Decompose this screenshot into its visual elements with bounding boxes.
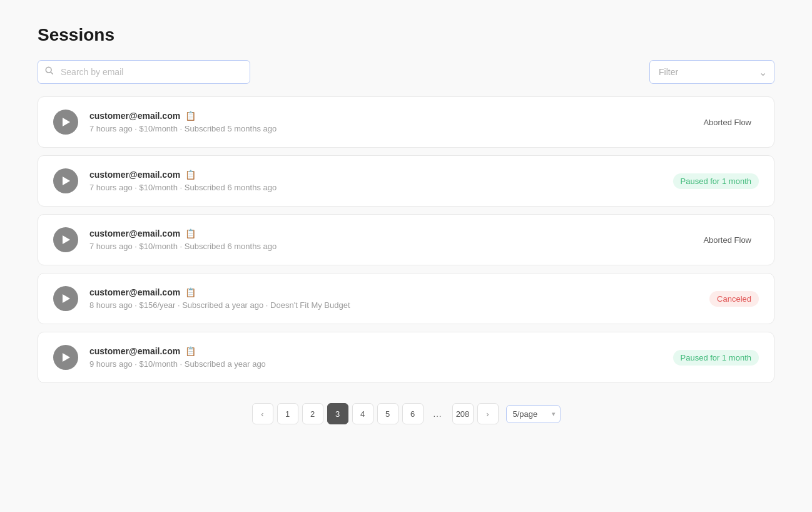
pagination: ‹123456...208›5/page10/page20/page50/pag… <box>38 403 774 424</box>
pagination-next[interactable]: › <box>477 403 499 424</box>
copy-icon[interactable]: 📋 <box>185 111 196 121</box>
per-page-select[interactable]: 5/page10/page20/page50/page <box>506 405 561 423</box>
pagination-prev[interactable]: ‹ <box>252 403 273 424</box>
play-button[interactable] <box>53 168 78 193</box>
session-info: customer@email.com 📋 7 hours ago · $10/m… <box>89 228 684 251</box>
email-row: customer@email.com 📋 <box>89 111 684 121</box>
session-card[interactable]: customer@email.com 📋 7 hours ago · $10/m… <box>38 214 774 265</box>
pagination-page-5[interactable]: 5 <box>377 403 398 424</box>
play-button[interactable] <box>53 110 78 135</box>
email-text: customer@email.com <box>89 228 180 238</box>
pagination-page-4[interactable]: 4 <box>352 403 373 424</box>
email-row: customer@email.com 📋 <box>89 287 698 297</box>
session-info: customer@email.com 📋 7 hours ago · $10/m… <box>89 111 684 133</box>
status-badge: Paused for 1 month <box>673 350 759 366</box>
search-wrapper <box>38 60 250 84</box>
toolbar: Filter Aborted Flow Paused for 1 month C… <box>38 60 774 84</box>
email-row: customer@email.com 📋 <box>89 228 684 238</box>
filter-wrapper: Filter Aborted Flow Paused for 1 month C… <box>649 60 774 84</box>
session-meta: 8 hours ago · $156/year · Subscribed a y… <box>89 300 698 310</box>
copy-icon[interactable]: 📋 <box>185 287 196 297</box>
email-text: customer@email.com <box>89 287 180 297</box>
copy-icon[interactable]: 📋 <box>185 228 196 238</box>
pagination-page-208[interactable]: 208 <box>452 403 474 424</box>
pagination-page-2[interactable]: 2 <box>302 403 323 424</box>
filter-select[interactable]: Filter Aborted Flow Paused for 1 month C… <box>649 60 774 84</box>
session-card[interactable]: customer@email.com 📋 9 hours ago · $10/m… <box>38 332 774 383</box>
copy-icon[interactable]: 📋 <box>185 170 196 180</box>
email-row: customer@email.com 📋 <box>89 346 662 356</box>
pagination-ellipsis: ... <box>427 403 449 424</box>
session-card[interactable]: customer@email.com 📋 8 hours ago · $156/… <box>38 273 774 324</box>
pagination-page-1[interactable]: 1 <box>277 403 298 424</box>
email-text: customer@email.com <box>89 346 180 356</box>
pagination-page-6[interactable]: 6 <box>402 403 424 424</box>
session-meta: 7 hours ago · $10/month · Subscribed 5 m… <box>89 124 684 133</box>
session-meta: 9 hours ago · $10/month · Subscribed a y… <box>89 359 662 369</box>
session-info: customer@email.com 📋 8 hours ago · $156/… <box>89 287 698 310</box>
email-text: customer@email.com <box>89 111 180 121</box>
session-card[interactable]: customer@email.com 📋 7 hours ago · $10/m… <box>38 96 774 148</box>
session-meta: 7 hours ago · $10/month · Subscribed 6 m… <box>89 242 684 251</box>
session-info: customer@email.com 📋 9 hours ago · $10/m… <box>89 346 662 369</box>
search-input[interactable] <box>38 60 250 84</box>
status-badge: Aborted Flow <box>696 115 759 130</box>
status-badge: Aborted Flow <box>696 232 759 248</box>
session-info: customer@email.com 📋 7 hours ago · $10/m… <box>89 170 662 192</box>
play-button[interactable] <box>53 345 78 370</box>
email-text: customer@email.com <box>89 170 180 180</box>
per-page-wrapper: 5/page10/page20/page50/page▾ <box>502 405 561 423</box>
pagination-page-3[interactable]: 3 <box>327 403 348 424</box>
session-meta: 7 hours ago · $10/month · Subscribed 6 m… <box>89 183 662 192</box>
sessions-list: customer@email.com 📋 7 hours ago · $10/m… <box>38 96 774 383</box>
play-button[interactable] <box>53 227 78 252</box>
copy-icon[interactable]: 📋 <box>185 346 196 356</box>
status-badge: Paused for 1 month <box>673 173 759 189</box>
play-button[interactable] <box>53 286 78 311</box>
page-title: Sessions <box>38 25 774 45</box>
status-badge: Canceled <box>709 291 759 307</box>
email-row: customer@email.com 📋 <box>89 170 662 180</box>
session-card[interactable]: customer@email.com 📋 7 hours ago · $10/m… <box>38 155 774 207</box>
